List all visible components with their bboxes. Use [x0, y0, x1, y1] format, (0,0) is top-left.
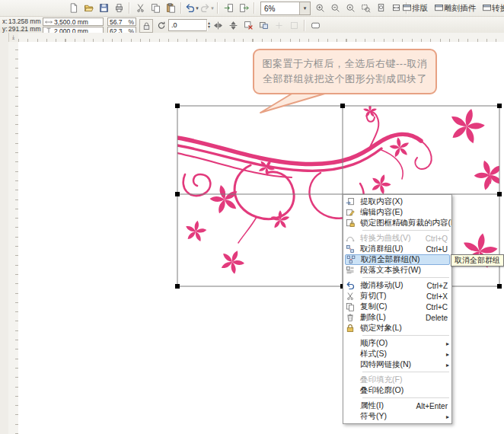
toolbar-button[interactable]: ▾ — [111, 1, 126, 16]
object-position-readout: x:13.258 mm y:291.21 mm — [2, 18, 41, 33]
plugin-button-label: 转换 — [492, 3, 504, 14]
disabled-tool-button — [271, 18, 286, 34]
context-menu-item[interactable]: 取消全部群组(N) ▸ — [345, 254, 450, 265]
toolbar-button[interactable]: ▾ — [81, 1, 96, 16]
no-icon — [346, 360, 357, 370]
zoom-icon-group: ▾ ▾ ▾ ▾ ▾ ▾ — [312, 1, 410, 15]
toolbar-button[interactable]: ▾ — [236, 1, 251, 16]
plugin-window-icon — [434, 3, 444, 13]
submenu-arrow-icon: ▸ — [443, 351, 449, 358]
redo-icon — [200, 3, 210, 13]
scale-horizontal-field[interactable]: 56.7% — [107, 18, 136, 26]
transform-icon — [259, 21, 269, 30]
y-label: y: — [2, 25, 8, 33]
menu-item-label: 叠印填充(F) — [360, 375, 402, 385]
context-menu-item[interactable]: 叠印填充(F) ▸ — [343, 375, 451, 385]
menu-item-label: 叠印轮廓(O) — [360, 385, 404, 396]
toolbar-button[interactable]: ▾ — [65, 1, 81, 16]
separator — [254, 2, 255, 14]
plugin-button[interactable]: 雕刻插件 — [431, 1, 479, 16]
transform-button[interactable] — [256, 18, 271, 34]
toolbar-button[interactable]: ▾ — [221, 1, 236, 16]
context-menu-item[interactable]: 转换为曲线(V) Ctrl+Q ▸ — [343, 233, 451, 244]
menu-item-label: 段落文本换行(W) — [360, 265, 421, 276]
toolbar-button[interactable]: ▾ — [327, 1, 343, 16]
context-menu-item[interactable]: 撤消移动(U) Ctrl+Z ▸ — [343, 280, 451, 291]
context-menu-item[interactable]: 复制(C) Ctrl+C ▸ — [343, 302, 451, 312]
no-icon — [346, 339, 357, 349]
menu-item-label: 符号(Y) — [360, 411, 387, 422]
context-menu-item[interactable]: 属性(I) Alt+Enter ▸ — [343, 400, 451, 411]
context-menu-item[interactable]: 删除(L) Delete ▸ — [343, 312, 451, 323]
context-menu-item[interactable]: 顺序(O) ▸ — [343, 338, 451, 349]
toolbar-button[interactable]: ▾ — [358, 1, 373, 16]
basic-shape-button[interactable] — [308, 18, 323, 34]
menu-item-shortcut: Ctrl+C — [426, 303, 449, 311]
plugin-button-label: 排版 — [412, 3, 428, 14]
toolbar-button[interactable]: ▾ — [96, 1, 111, 16]
toolbar-button[interactable]: ▾ — [184, 1, 199, 16]
context-menu-item[interactable]: 编辑内容(E) ▸ — [343, 207, 451, 218]
context-menu-item[interactable]: 剪切(T) Ctrl+X ▸ — [343, 291, 451, 302]
rotation-angle-field[interactable]: .0 — [168, 19, 207, 31]
toolbar-button[interactable]: ▾ — [373, 1, 388, 16]
plugin-button-group: 排版 雕刻插件 转换 — [399, 1, 504, 15]
context-menu-item[interactable]: 样式(S) ▸ — [343, 349, 451, 359]
plugin-button[interactable]: 排版 — [399, 1, 431, 16]
y-value: 291.21 mm — [8, 25, 41, 33]
plugin-button-label: 雕刻插件 — [444, 3, 476, 14]
object-width-field[interactable]: 3,500.0 mm — [43, 18, 104, 26]
toolbar-button[interactable]: ▾ — [199, 1, 215, 16]
mirror-vertical-button[interactable] — [225, 18, 241, 34]
mirror-horizontal-button[interactable] — [210, 18, 225, 34]
toolbar-button[interactable]: ▾ — [343, 1, 358, 16]
toolbar-button[interactable]: ▾ — [312, 1, 327, 16]
rotate-icon — [157, 21, 167, 30]
zoom-level-combo[interactable]: 6% ▾ — [260, 2, 311, 15]
no-icon — [346, 375, 357, 385]
context-menu-item[interactable]: 因特网链接(N) ▸ — [343, 359, 451, 370]
submenu-arrow-icon: ▸ — [443, 413, 449, 420]
file-edit-icon-group: ▾ ▾ ▾ ▾ ▾ ▾ ▾ — [65, 1, 279, 15]
context-menu-item[interactable]: 段落文本换行(W) ▸ — [343, 265, 451, 276]
context-menu-item[interactable]: 符号(Y) ▸ — [343, 411, 451, 422]
toolbar-button[interactable]: ▾ — [148, 1, 163, 16]
context-menu-item[interactable]: 叠印轮廓(O) ▸ — [343, 385, 451, 396]
basic-shape-icon — [311, 21, 321, 30]
context-menu-item[interactable]: 提取内容(X) ▸ — [343, 196, 451, 207]
dropdown-caret-icon[interactable]: ▾ — [211, 5, 214, 11]
toolbar-button[interactable]: ▾ — [163, 1, 178, 16]
x-label: x: — [2, 18, 8, 25]
menu-item-shortcut: Ctrl+U — [426, 245, 449, 254]
menu-item-label: 复制(C) — [360, 302, 388, 312]
no-icon — [346, 349, 357, 359]
menu-item-label: 删除(L) — [360, 312, 386, 323]
menu-item-label: 提取内容(X) — [360, 196, 403, 207]
new-document-icon — [69, 3, 78, 13]
combo-caret-icon[interactable]: ▾ — [299, 2, 310, 14]
menu-item-label: 样式(S) — [360, 349, 387, 359]
plugin-button[interactable]: 转换 — [479, 1, 504, 16]
extract-content-icon — [346, 197, 357, 207]
copy-icon — [151, 3, 161, 13]
menu-item-shortcut: Alt+Enter — [416, 402, 449, 410]
context-menu-item[interactable]: 取消群组(U) Ctrl+U ▸ — [343, 244, 451, 254]
clear-transform-icon — [244, 21, 254, 30]
ungroup-all-icon — [346, 255, 358, 265]
lock-ratio-icon — [142, 21, 152, 31]
context-menu-item[interactable]: 锁定对象(L) ▸ — [343, 323, 451, 333]
plugin-window-icon — [402, 3, 412, 13]
toolbar-button[interactable]: ▾ — [132, 1, 148, 16]
undo-icon — [185, 3, 195, 13]
separator — [129, 2, 130, 14]
menu-tooltip: 取消全部群组 — [451, 254, 504, 266]
lock-ratio-button[interactable] — [139, 19, 153, 33]
context-menu: 提取内容(X) ▸ 编辑内容(E) ▸ 锁定图框精确剪裁的内容(P) ▸ 转换为… — [343, 194, 452, 424]
vertical-ruler[interactable] — [8, 42, 19, 434]
separator — [362, 335, 449, 336]
clear-transform-button[interactable] — [241, 18, 256, 34]
standard-toolbar: ▾ ▾ ▾ ▾ ▾ ▾ ▾ — [0, 0, 504, 17]
dropdown-caret-icon[interactable]: ▾ — [196, 5, 199, 11]
separator — [217, 2, 219, 14]
context-menu-item[interactable]: 锁定图框精确剪裁的内容(P) ▸ — [343, 218, 451, 228]
